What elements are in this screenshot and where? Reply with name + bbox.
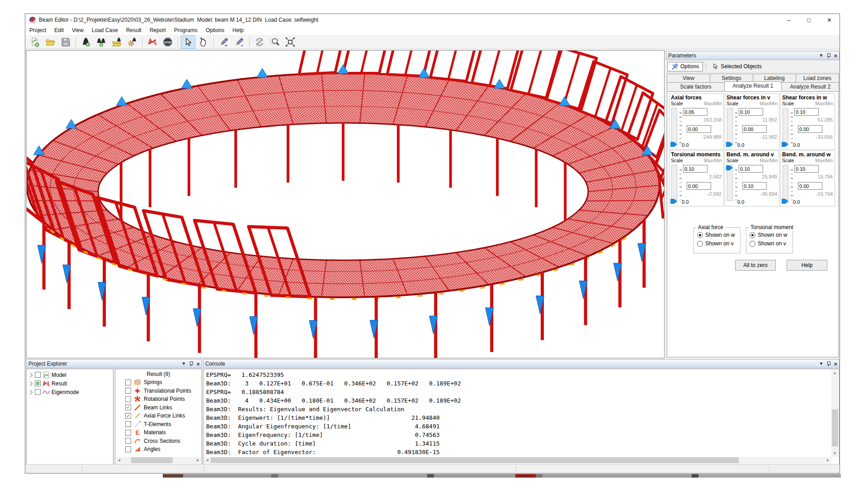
console-hscrollbar[interactable]: ◄ ►: [204, 457, 831, 464]
list-item-axial-force-links[interactable]: ✓ Axial Force Links: [115, 412, 202, 420]
tab-analyze-result-2[interactable]: Analyze Result 2: [781, 82, 839, 91]
materials-checkbox[interactable]: [125, 430, 131, 436]
list-item-translational-points[interactable]: Translational Points: [115, 387, 202, 395]
scroll-thumb[interactable]: [832, 409, 838, 446]
zoom-tool-button[interactable]: [268, 35, 282, 49]
scale-offset-input[interactable]: [742, 182, 767, 190]
scale-offset-input[interactable]: [687, 182, 711, 190]
eigenmode-checkbox[interactable]: [35, 389, 41, 395]
scroll-left-icon[interactable]: ◄: [204, 457, 211, 464]
draw-beam-segment-button[interactable]: [232, 35, 246, 49]
scale-slider[interactable]: [671, 108, 677, 144]
pin-icon[interactable]: [826, 361, 830, 366]
pin-icon[interactable]: [826, 53, 830, 58]
help-button[interactable]: Help: [787, 260, 827, 271]
list-item-angles[interactable]: Angles: [115, 445, 202, 454]
scroll-down-icon[interactable]: ▼: [831, 450, 838, 457]
menu-project[interactable]: Project: [25, 27, 50, 34]
pin-icon[interactable]: [189, 361, 193, 366]
menu-programs[interactable]: Programs: [170, 27, 202, 34]
scale-factor-input[interactable]: [683, 165, 708, 173]
expander-icon[interactable]: [28, 372, 33, 377]
scroll-thumb[interactable]: [211, 457, 739, 463]
tree-item-model[interactable]: Model: [27, 371, 113, 379]
axial-shown-on-v-option[interactable]: Shown on v: [697, 240, 740, 247]
torsional-shown-on-v-option[interactable]: Shown on v: [750, 240, 793, 247]
close-button[interactable]: ✕: [819, 14, 840, 26]
open-project-button[interactable]: [43, 35, 57, 49]
tree-item-eigenmode[interactable]: Eigenmode: [27, 388, 113, 396]
expander-icon[interactable]: [28, 381, 33, 386]
scale-factor-input[interactable]: [739, 108, 763, 116]
rotational-points-checkbox[interactable]: [125, 396, 131, 402]
scale-factor-input[interactable]: [739, 165, 763, 173]
list-item-rotational-points[interactable]: Rotational Points: [115, 395, 202, 404]
torsional-shown-on-w-option[interactable]: Shown on w: [750, 232, 793, 238]
scale-slider[interactable]: [671, 165, 677, 201]
scroll-right-icon[interactable]: ►: [825, 457, 831, 464]
list-item-materials[interactable]: E Materials: [115, 428, 202, 437]
menu-edit[interactable]: Edit: [50, 27, 68, 34]
menu-options[interactable]: Options: [202, 27, 228, 34]
scale-slider[interactable]: [783, 165, 788, 201]
draw-beam-button[interactable]: [217, 35, 231, 49]
scale-factor-input[interactable]: [683, 108, 708, 116]
scale-factor-input[interactable]: [794, 108, 819, 116]
add-load-case-button[interactable]: [79, 35, 93, 49]
model-canvas[interactable]: [27, 51, 665, 358]
scale-offset-input[interactable]: [742, 125, 767, 133]
tab-view[interactable]: View: [667, 74, 710, 83]
tab-selected-objects[interactable]: Selected Objects: [709, 62, 765, 70]
tab-analyze-result-1[interactable]: Analyze Result 1: [724, 81, 782, 91]
scroll-thumb[interactable]: [131, 457, 173, 463]
translational-points-checkbox[interactable]: [125, 388, 131, 394]
zoom-extents-button[interactable]: [283, 35, 297, 49]
scale-slider[interactable]: [727, 165, 733, 201]
console-vscrollbar[interactable]: ▲ ▼: [831, 370, 839, 457]
scroll-up-icon[interactable]: ▲: [831, 370, 838, 376]
maximize-button[interactable]: □: [799, 14, 819, 26]
radio-icon[interactable]: [750, 232, 755, 238]
panel-close-icon[interactable]: ×: [834, 361, 837, 367]
console-header[interactable]: Console ▼ ×: [203, 359, 840, 368]
parameters-panel-header[interactable]: Parameters ▼ ×: [666, 51, 840, 60]
minimize-button[interactable]: –: [778, 14, 799, 26]
panel-menu-icon[interactable]: ▼: [182, 361, 186, 366]
springs-checkbox[interactable]: [125, 380, 131, 385]
add-load-cases-button[interactable]: [94, 35, 108, 49]
select-tool-button[interactable]: [181, 35, 195, 49]
menu-help[interactable]: Help: [228, 27, 248, 34]
menu-report[interactable]: Report: [146, 27, 170, 34]
result-list-hscrollbar[interactable]: ◄ ►: [116, 457, 201, 464]
scale-slider[interactable]: [783, 108, 788, 144]
new-project-button[interactable]: [28, 35, 42, 49]
model-viewport[interactable]: [26, 50, 665, 358]
scale-offset-input[interactable]: [687, 125, 711, 133]
panel-menu-icon[interactable]: ▼: [819, 361, 824, 366]
tab-scale-factors[interactable]: Scale factors: [667, 82, 725, 91]
save-project-button[interactable]: [58, 35, 73, 49]
scale-offset-input[interactable]: [798, 125, 822, 133]
orbit-tool-button[interactable]: [252, 35, 267, 49]
open-load-case-button[interactable]: [109, 35, 124, 49]
pan-tool-button[interactable]: [196, 35, 211, 49]
axial-shown-on-w-option[interactable]: Shown on w: [697, 232, 740, 238]
panel-menu-icon[interactable]: ▼: [819, 53, 824, 58]
angles-checkbox[interactable]: [125, 446, 131, 452]
expander-icon[interactable]: [28, 389, 33, 394]
menu-view[interactable]: View: [68, 27, 88, 34]
all-to-zero-button[interactable]: All to zero: [735, 260, 776, 271]
result-checkbox[interactable]: [35, 380, 41, 386]
scroll-left-icon[interactable]: ◄: [116, 457, 123, 464]
tab-load-zones[interactable]: Load zones: [796, 74, 839, 83]
scroll-right-icon[interactable]: ►: [194, 457, 201, 464]
load-case-options-button[interactable]: [125, 35, 139, 49]
radio-icon[interactable]: [697, 232, 703, 238]
scale-slider[interactable]: [727, 108, 733, 144]
radio-icon[interactable]: [697, 241, 703, 247]
model-checkbox[interactable]: [35, 372, 41, 378]
show-result-button[interactable]: [145, 35, 160, 49]
menu-result[interactable]: Result: [122, 27, 146, 34]
list-item-springs[interactable]: Springs: [115, 378, 202, 387]
scale-offset-input[interactable]: [798, 182, 822, 190]
